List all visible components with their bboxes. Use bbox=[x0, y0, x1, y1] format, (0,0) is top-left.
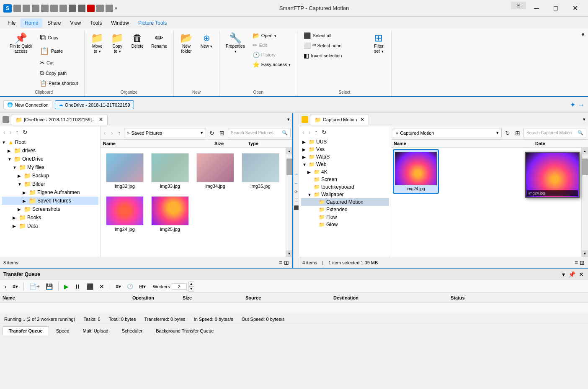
right-view-btn[interactable]: ⊞ bbox=[513, 129, 522, 137]
new-folder-button[interactable]: 📂 Newfolder bbox=[177, 31, 196, 56]
toolbar-icon-font[interactable] bbox=[106, 5, 113, 12]
toolbar-icon-undo[interactable] bbox=[69, 5, 76, 12]
workers-up[interactable]: ▲ bbox=[188, 282, 194, 287]
left-back-btn[interactable]: ‹ bbox=[2, 128, 7, 136]
compare-btn[interactable]: ⬚ bbox=[294, 197, 298, 202]
tree-item-drives[interactable]: ▶ 📁 drives bbox=[2, 146, 98, 155]
workers-input[interactable] bbox=[172, 283, 187, 290]
menu-home[interactable]: Home bbox=[21, 18, 42, 28]
left-search-box[interactable]: Search Saved Pictures 🔍 bbox=[228, 128, 291, 138]
tree-item-captured-motion[interactable]: 📁 Captured Motion bbox=[301, 198, 389, 206]
left-panel-tab[interactable]: 📁 [OneDrive - 2018-11-21T022159]... ✕ bbox=[11, 115, 108, 125]
new-button[interactable]: ⊕ New ▾ bbox=[197, 31, 216, 51]
tab-scheduler[interactable]: Scheduler bbox=[116, 326, 149, 335]
tree-item-books[interactable]: ▶ 📁 Books bbox=[2, 213, 98, 222]
left-refresh-btn[interactable]: ↻ bbox=[21, 128, 29, 136]
tq-close-btn[interactable]: ✕ bbox=[578, 270, 585, 279]
copy-button[interactable]: ⧉ Copy bbox=[37, 31, 81, 44]
tree-item-eigene[interactable]: ▶ 📁 Eigene Aufnahmen bbox=[2, 188, 98, 197]
tree-item-onedrive[interactable]: ▼ 📁 OneDrive bbox=[2, 155, 98, 163]
left-address-box[interactable]: » Saved Pictures ▾ bbox=[124, 128, 206, 138]
file-item-img35[interactable]: img35.jpg bbox=[240, 151, 281, 191]
tree-item-touchkeyboard[interactable]: 📁 touchkeyboard bbox=[301, 183, 389, 191]
tree-item-glow[interactable]: 📁 Glow bbox=[301, 221, 389, 228]
tq-clock-btn[interactable]: 🕐 bbox=[125, 282, 135, 291]
file-item-img33[interactable]: img33.jpg bbox=[149, 151, 191, 191]
tree-item-extended[interactable]: 📁 Extended bbox=[301, 206, 389, 213]
transfer-right-btn[interactable]: → bbox=[294, 171, 299, 177]
tq-list-btn[interactable]: ≡▾ bbox=[113, 282, 123, 291]
toolbar-icon-4[interactable] bbox=[41, 5, 49, 12]
tree-item-flow[interactable]: 📁 Flow bbox=[301, 213, 389, 221]
edit-button[interactable]: ✏ Edit bbox=[250, 41, 294, 50]
paste-shortcut-button[interactable]: 📋 Paste shortcut bbox=[37, 79, 81, 88]
new-connection-button[interactable]: 🌐 New Connection bbox=[3, 100, 52, 109]
move-to-button[interactable]: 📁 Moveto ▾ bbox=[88, 31, 106, 56]
toolbar-icon-wrench[interactable] bbox=[96, 5, 104, 12]
right-panel-expand[interactable]: ▾ bbox=[583, 117, 585, 122]
toolbar-icon-redo[interactable] bbox=[78, 5, 85, 12]
tq-pin-btn[interactable]: 📌 bbox=[567, 270, 576, 279]
left-scrollbar[interactable]: ▲ ▼ bbox=[286, 148, 292, 257]
right-scroll-up[interactable]: ▲ bbox=[582, 148, 588, 154]
right-address-box[interactable]: » Captured Motion ▾ bbox=[393, 128, 502, 138]
left-file-forward[interactable]: › bbox=[109, 129, 115, 137]
maximize-btn[interactable]: □ bbox=[546, 2, 565, 15]
tab-transfer-queue[interactable]: Transfer Queue bbox=[3, 326, 49, 335]
left-panel-expand[interactable]: ▾ bbox=[287, 117, 290, 122]
file-item-img32[interactable]: img32.jpg bbox=[104, 151, 146, 191]
right-panel-tab[interactable]: 📁 Captured Motion ✕ bbox=[310, 115, 369, 125]
close-btn[interactable]: ✕ bbox=[565, 2, 585, 15]
right-scroll-track[interactable] bbox=[582, 154, 588, 250]
right-up-btn[interactable]: ↑ bbox=[313, 128, 319, 136]
menu-share[interactable]: Share bbox=[43, 18, 65, 28]
tab-speed[interactable]: Speed bbox=[50, 326, 76, 335]
toolbar-icon-2[interactable] bbox=[23, 5, 30, 12]
properties-button[interactable]: 🔧 Properties▾ bbox=[223, 31, 248, 56]
diff-btn[interactable]: ⬛ bbox=[294, 205, 299, 210]
toolbar-icon-6[interactable] bbox=[59, 5, 67, 12]
pin-to-quick-access-button[interactable]: 📌 Pin to Quickaccess bbox=[7, 31, 35, 56]
sync-btn[interactable]: ⟳ bbox=[294, 189, 298, 194]
history-button[interactable]: 🕐 History bbox=[250, 50, 294, 59]
scroll-track[interactable] bbox=[286, 154, 292, 250]
tq-menu-btn[interactable]: ≡▾ bbox=[10, 282, 20, 291]
toolbar-icon-3[interactable] bbox=[32, 5, 39, 12]
search-icon[interactable]: 🔍 bbox=[282, 130, 288, 136]
right-list-view-icon[interactable]: ≡ bbox=[575, 259, 578, 266]
left-file-back[interactable]: ‹ bbox=[102, 129, 108, 137]
menu-file[interactable]: File bbox=[3, 18, 20, 28]
tab-multi-upload[interactable]: Multi Upload bbox=[77, 326, 115, 335]
right-scrollbar[interactable]: ▲ ▼ bbox=[581, 148, 588, 257]
tree-item-web[interactable]: ▼ 📁 Web bbox=[301, 161, 389, 168]
maximize-restore-btn[interactable]: ⊟ bbox=[511, 2, 526, 9]
refresh-icon[interactable]: ✦ bbox=[570, 101, 575, 109]
right-grid-view-icon[interactable]: ⊞ bbox=[580, 259, 585, 266]
addr-dropdown[interactable]: ▾ bbox=[496, 130, 499, 136]
right-refresh-file[interactable]: ↻ bbox=[503, 129, 512, 137]
file-item-img25[interactable]: img25.jpg bbox=[149, 194, 191, 234]
tq-stop-btn[interactable]: ⬛ bbox=[84, 282, 95, 291]
file-item-img34[interactable]: img34.jpg bbox=[194, 151, 236, 191]
right-file-item-img24[interactable]: img24.jpg bbox=[393, 149, 439, 194]
forward-icon[interactable]: → bbox=[578, 101, 585, 109]
filter-set-button[interactable]: ⊞ Filterset ▾ bbox=[369, 31, 388, 56]
tree-item-waas[interactable]: ▶ 📁 WaaS bbox=[301, 153, 389, 161]
grid-view-icon[interactable]: ⊞ bbox=[284, 259, 289, 266]
minimize-btn[interactable]: ─ bbox=[527, 2, 546, 15]
tree-item-screen[interactable]: 📁 Screen bbox=[301, 176, 389, 183]
open-button[interactable]: 📂 Open ▾ bbox=[250, 31, 294, 40]
tree-item-wallpaper[interactable]: ▼ 📁 Wallpaper bbox=[301, 191, 389, 198]
tree-item-root[interactable]: ▼ ▲ Root bbox=[2, 138, 98, 146]
left-forward-btn[interactable]: › bbox=[8, 128, 13, 136]
delete-button[interactable]: 🗑 Delete bbox=[128, 31, 147, 51]
tq-pause-btn[interactable]: ⏸ bbox=[72, 282, 83, 291]
transfer-left-btn[interactable]: ← bbox=[294, 180, 299, 186]
menu-picture-tools[interactable]: Picture Tools bbox=[134, 18, 171, 28]
left-file-up[interactable]: ↑ bbox=[116, 129, 122, 137]
select-all-button[interactable]: ⬛ Select all bbox=[301, 31, 368, 40]
tree-item-data[interactable]: ▶ 📁 Data bbox=[2, 222, 98, 230]
tree-item-bilder[interactable]: ▼ 📁 Bilder bbox=[2, 180, 98, 188]
ribbon-collapse-button[interactable]: ∧ bbox=[580, 31, 586, 38]
left-refresh-file[interactable]: ↻ bbox=[208, 129, 216, 137]
